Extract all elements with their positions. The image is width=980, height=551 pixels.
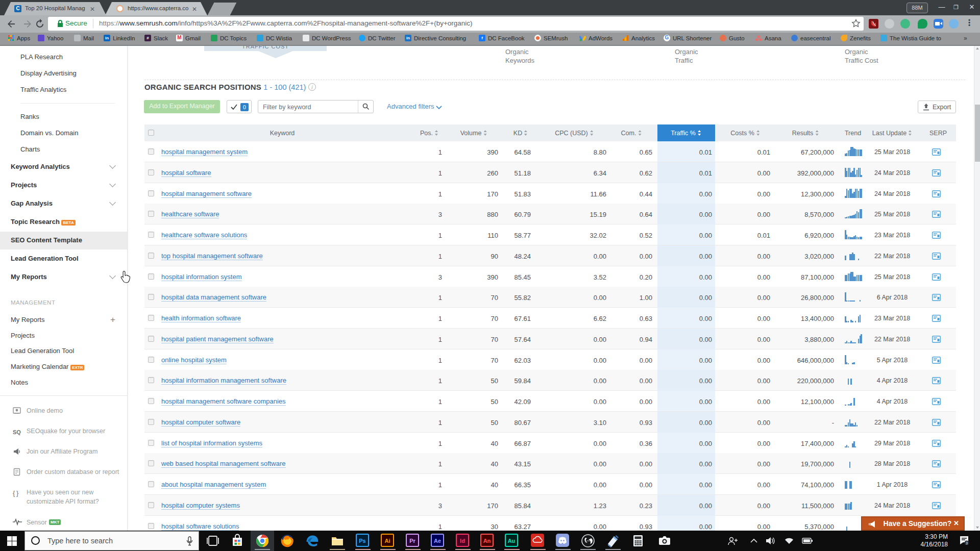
svg-text:3: 3 [966, 541, 968, 545]
